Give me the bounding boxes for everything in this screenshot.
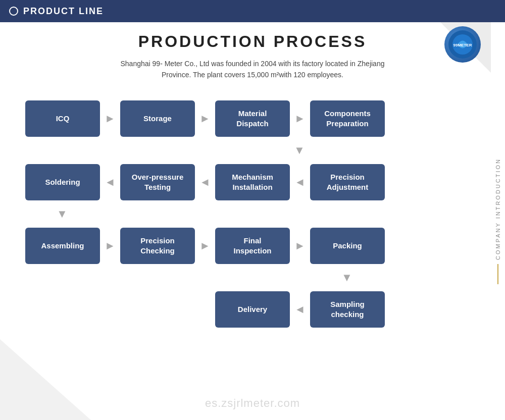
subtitle: Shanghai 99- Meter Co., Ltd was founded …	[25, 58, 480, 81]
arrow-left-2: ◄	[195, 177, 215, 187]
svg-text:99METER: 99METER	[453, 43, 472, 47]
flow-box-material-dispatch: Material Dispatch	[215, 100, 290, 137]
company-logo: 99METER	[444, 26, 481, 63]
subtitle-line1: Shanghai 99- Meter Co., Ltd was founded …	[121, 60, 385, 68]
flow-box-final-inspection: Final Inspection	[215, 228, 290, 264]
flow-box-precision-checking: Precision Checking	[120, 228, 195, 264]
page-title: PRODUCTION PROCESS	[25, 32, 480, 51]
down-arrow-1: ▼	[294, 144, 305, 157]
flow-row-4: Delivery ◄ Sampling checking	[25, 287, 480, 332]
flow-box-sampling-checking: Sampling checking	[310, 291, 385, 328]
header-bar: PRODUCT LINE	[0, 0, 505, 22]
flow-box-packing: Packing	[310, 228, 385, 264]
down-arrow-2: ▼	[57, 207, 68, 221]
flow-box-mechanism-installation: Mechanism Installation	[215, 164, 290, 200]
down-arrow-3: ▼	[341, 271, 352, 284]
flow-box-assembling: Assembling	[25, 228, 100, 264]
flow-diagram: ICQ ► Storage ► Material Dispatch ► Comp…	[25, 96, 480, 332]
header-title: PRODUCT LINE	[23, 6, 104, 17]
flow-box-delivery: Delivery	[215, 291, 290, 328]
flow-row-1: ICQ ► Storage ► Material Dispatch ► Comp…	[25, 96, 480, 141]
arrow-right-6: ►	[290, 241, 310, 251]
flow-box-components-preparation: Components Preparation	[310, 100, 385, 137]
flow-row-3: Assembling ► Precision Checking ► Final …	[25, 223, 480, 269]
connector-row-1: ▼	[25, 141, 480, 160]
arrow-right-4: ►	[100, 241, 120, 251]
arrow-right-5: ►	[195, 241, 215, 251]
arrow-left-4: ◄	[290, 304, 310, 314]
arrow-right-3: ►	[290, 114, 310, 124]
flow-row-2: Soldering ◄ Over-pressure Testing ◄ Mech…	[25, 160, 480, 205]
flow-box-soldering: Soldering	[25, 164, 100, 200]
arrow-left-3: ◄	[290, 177, 310, 187]
flow-box-overpressure: Over-pressure Testing	[120, 164, 195, 200]
header-circle-icon	[9, 7, 18, 16]
connector-row-2: ▼	[25, 205, 480, 223]
subtitle-line2: Province. The plant covers 15,000 m²with…	[162, 71, 343, 79]
main-content: PRODUCTION PROCESS Shanghai 99- Meter Co…	[0, 22, 505, 342]
watermark: es.zsjrlmeter.com	[205, 397, 300, 410]
arrow-right-1: ►	[100, 114, 120, 124]
flow-box-storage: Storage	[120, 100, 195, 137]
arrow-right-2: ►	[195, 114, 215, 124]
arrow-left-1: ◄	[100, 177, 120, 187]
flow-box-icq: ICQ	[25, 100, 100, 137]
bottom-triangle-decoration	[0, 339, 91, 420]
connector-row-3: ▼	[25, 269, 480, 287]
flow-box-precision-adjustment: Precision Adjustment	[310, 164, 385, 200]
